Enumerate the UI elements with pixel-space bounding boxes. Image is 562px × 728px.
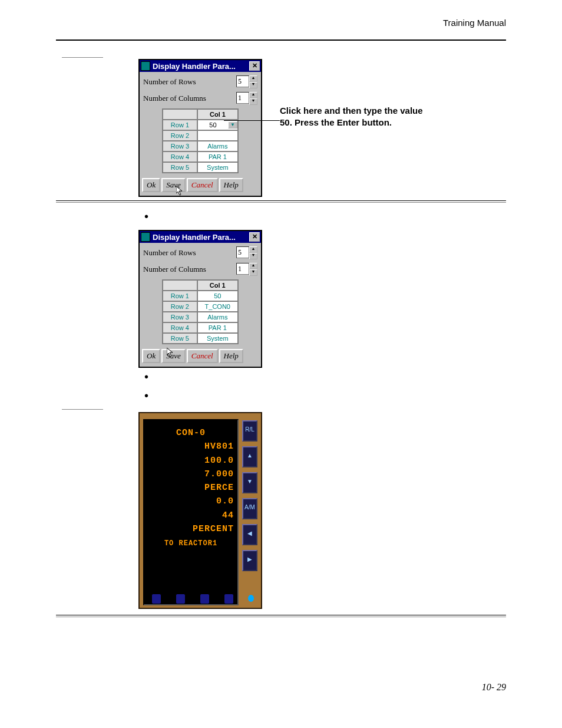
btn-am[interactable]: A/M bbox=[242, 498, 257, 519]
save-button[interactable]: Save bbox=[161, 349, 186, 363]
section-underline-2 bbox=[62, 409, 103, 410]
grid-row-header: Row 4 bbox=[163, 151, 197, 162]
section-divider-bottom bbox=[56, 615, 506, 617]
ctrl-line-outu: PERCENT bbox=[148, 522, 234, 536]
grid-cell-r3[interactable]: Alarms bbox=[197, 312, 238, 322]
app-icon bbox=[141, 232, 150, 242]
close-icon[interactable]: ✕ bbox=[249, 232, 260, 242]
knob-3[interactable] bbox=[200, 594, 210, 604]
titlebar[interactable]: Display Handler Para... ✕ bbox=[140, 231, 261, 243]
ok-button[interactable]: Ok bbox=[142, 349, 160, 363]
ctrl-line-zero: 0.0 bbox=[148, 495, 234, 508]
ctrl-line-tag: CON-0 bbox=[148, 426, 234, 440]
page-header: Training Manual bbox=[56, 18, 506, 28]
ctrl-line-pv: 7.000 bbox=[148, 467, 234, 481]
section-underline-1 bbox=[62, 57, 103, 58]
grid-row-header: Row 2 bbox=[163, 301, 197, 312]
header-divider bbox=[56, 39, 506, 41]
cols-value[interactable]: 1 bbox=[236, 92, 249, 104]
grid-col-header: Col 1 bbox=[197, 109, 238, 120]
controller-buttons: R/L ▲ ▼ A/M ◀ ▶ bbox=[242, 419, 257, 605]
rows-spinbox[interactable]: 5 ▲ ▼ bbox=[236, 75, 257, 88]
controller-faceplate: CON-0 HV801 100.0 7.000 PERCE 0.0 44 PER… bbox=[138, 412, 262, 609]
rows-up-icon[interactable]: ▲ bbox=[249, 246, 257, 253]
btn-down[interactable]: ▼ bbox=[242, 472, 257, 493]
controller-screen: CON-0 HV801 100.0 7.000 PERCE 0.0 44 PER… bbox=[143, 419, 239, 605]
grid-cell-r2[interactable] bbox=[197, 130, 238, 141]
cancel-button[interactable]: Cancel bbox=[187, 349, 218, 363]
cols-down-icon[interactable]: ▼ bbox=[249, 98, 257, 105]
config-grid[interactable]: Col 1 Row 1 50 Row 2 T_CON0 Row 3 Alarms bbox=[162, 279, 239, 344]
dialog-title: Display Handler Para... bbox=[153, 62, 249, 71]
rows-value[interactable]: 5 bbox=[236, 75, 249, 87]
grid-cell-r4[interactable]: PAR 1 bbox=[197, 151, 238, 162]
app-icon bbox=[141, 61, 150, 71]
cols-up-icon[interactable]: ▲ bbox=[249, 92, 257, 98]
section-divider bbox=[56, 200, 506, 203]
cols-label: Number of Columns bbox=[143, 94, 236, 103]
ctrl-line-out: 44 bbox=[148, 509, 234, 522]
grid-row-header: Row 3 bbox=[163, 312, 197, 322]
btn-up[interactable]: ▲ bbox=[242, 446, 257, 467]
callout-text: Click here and then type the value 50. P… bbox=[280, 105, 433, 128]
rows-value[interactable]: 5 bbox=[236, 246, 249, 258]
rows-label: Number of Rows bbox=[143, 77, 236, 87]
rows-down-icon[interactable]: ▼ bbox=[249, 82, 257, 88]
grid-row-header: Row 4 bbox=[163, 322, 197, 333]
cols-spinbox[interactable]: 1 ▲ ▼ bbox=[236, 92, 257, 105]
display-handler-dialog-1: Display Handler Para... ✕ Number of Rows… bbox=[138, 59, 262, 197]
grid-col-header: Col 1 bbox=[197, 280, 238, 291]
knob-4[interactable] bbox=[224, 594, 234, 604]
bullet-3: • bbox=[144, 393, 506, 398]
help-button[interactable]: Help bbox=[219, 349, 243, 363]
config-grid[interactable]: Col 1 Row 1 50 ▼ Row 2 bbox=[162, 108, 239, 173]
ok-button[interactable]: Ok bbox=[142, 178, 160, 192]
rows-up-icon[interactable]: ▲ bbox=[249, 75, 257, 82]
grid-row-header: Row 3 bbox=[163, 141, 197, 151]
knob-2[interactable] bbox=[176, 594, 186, 604]
btn-left[interactable]: ◀ bbox=[242, 524, 257, 545]
bullet-1: • bbox=[144, 213, 506, 219]
grid-cell-r1[interactable]: 50 bbox=[197, 291, 238, 301]
grid-cell-r2[interactable]: T_CON0 bbox=[197, 301, 238, 312]
close-icon[interactable]: ✕ bbox=[249, 61, 260, 71]
grid-corner bbox=[163, 280, 197, 291]
dialog-title: Display Handler Para... bbox=[153, 233, 249, 242]
bullet-2: • bbox=[144, 374, 506, 380]
grid-cell-r4[interactable]: PAR 1 bbox=[197, 322, 238, 333]
grid-row-header: Row 1 bbox=[163, 120, 197, 130]
grid-cell-value[interactable]: 50 bbox=[198, 121, 228, 129]
ctrl-line-span: 100.0 bbox=[148, 454, 234, 467]
ctrl-line-desc: TO REACTOR1 bbox=[148, 538, 234, 549]
cols-down-icon[interactable]: ▼ bbox=[249, 269, 257, 276]
dropdown-icon[interactable]: ▼ bbox=[228, 121, 237, 129]
ctrl-line-units: PERCE bbox=[148, 481, 234, 495]
rows-down-icon[interactable]: ▼ bbox=[249, 253, 257, 259]
grid-cell-r5[interactable]: System bbox=[197, 162, 238, 173]
btn-rl[interactable]: R/L bbox=[242, 420, 257, 442]
rows-label: Number of Rows bbox=[143, 248, 236, 258]
power-led-icon bbox=[248, 595, 254, 602]
cols-value[interactable]: 1 bbox=[236, 263, 249, 275]
grid-corner bbox=[163, 109, 197, 120]
grid-row-header: Row 2 bbox=[163, 130, 197, 141]
rows-spinbox[interactable]: 5 ▲ ▼ bbox=[236, 246, 257, 259]
cols-label: Number of Columns bbox=[143, 265, 236, 274]
callout-line bbox=[224, 120, 280, 121]
grid-row-header: Row 5 bbox=[163, 333, 197, 344]
page-number: 10- 29 bbox=[482, 682, 506, 693]
btn-right[interactable]: ▶ bbox=[242, 550, 257, 571]
grid-cell-r3[interactable]: Alarms bbox=[197, 141, 238, 151]
grid-row-header: Row 5 bbox=[163, 162, 197, 173]
grid-row-header: Row 1 bbox=[163, 291, 197, 301]
save-button[interactable]: Save bbox=[161, 178, 186, 192]
cols-up-icon[interactable]: ▲ bbox=[249, 263, 257, 269]
grid-cell-r5[interactable]: System bbox=[197, 333, 238, 344]
display-handler-dialog-2: Display Handler Para... ✕ Number of Rows… bbox=[138, 230, 262, 368]
grid-cell-r1[interactable]: 50 ▼ bbox=[197, 120, 238, 130]
cols-spinbox[interactable]: 1 ▲ ▼ bbox=[236, 263, 257, 276]
titlebar[interactable]: Display Handler Para... ✕ bbox=[140, 60, 261, 72]
cancel-button[interactable]: Cancel bbox=[187, 178, 218, 192]
help-button[interactable]: Help bbox=[219, 178, 243, 192]
knob-1[interactable] bbox=[151, 594, 161, 604]
